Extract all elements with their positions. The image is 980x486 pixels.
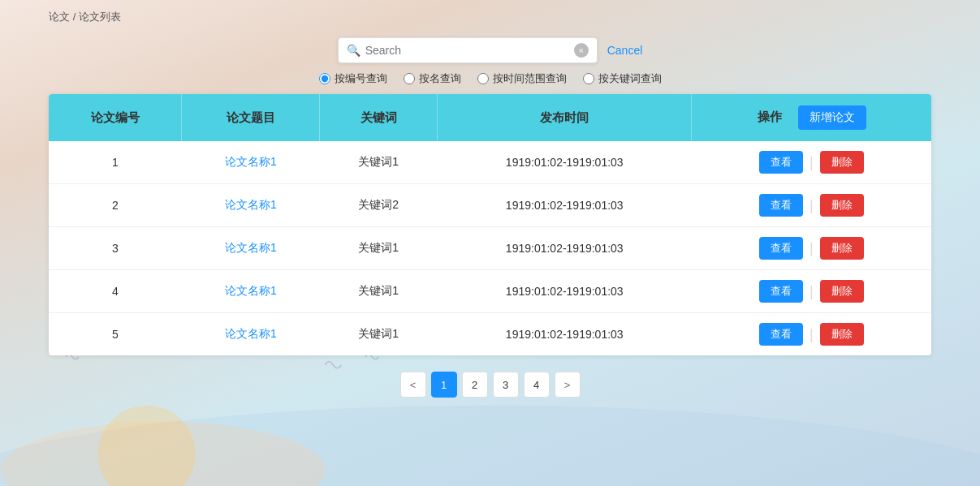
cell-title: 论文名称1	[182, 227, 320, 270]
pagination: <1234>	[49, 372, 931, 398]
cell-keywords: 关键词2	[320, 184, 438, 227]
view-button[interactable]: 查看	[759, 280, 803, 303]
search-icon: 🔍	[347, 44, 360, 57]
cell-actions: 查看|删除	[692, 227, 931, 270]
action-divider: |	[809, 197, 814, 214]
papers-table: 论文编号论文题目关键词发布时间操作新增论文 1论文名称1关键词11919:01:…	[49, 94, 931, 355]
delete-button[interactable]: 删除	[820, 237, 864, 260]
pagination-page-4[interactable]: 4	[524, 372, 550, 398]
search-area: 🔍 × Cancel 按编号查询按名查询按时间范围查询按关键词查询	[49, 37, 931, 86]
breadcrumb-current: 论文列表	[79, 11, 121, 23]
filter-label-by-number: 按编号查询	[335, 71, 387, 86]
action-divider: |	[809, 154, 814, 171]
breadcrumb-root: 论文	[49, 11, 70, 23]
svg-point-2	[98, 405, 196, 486]
paper-title-link[interactable]: 论文名称1	[225, 241, 277, 254]
add-paper-button[interactable]: 新增论文	[798, 105, 866, 130]
cancel-button[interactable]: Cancel	[607, 44, 643, 57]
pagination-page-1[interactable]: 1	[431, 372, 457, 398]
pagination-page-3[interactable]: 3	[493, 372, 519, 398]
pagination-prev[interactable]: <	[400, 372, 426, 398]
action-divider: |	[809, 240, 814, 257]
pagination-page-2[interactable]: 2	[462, 372, 488, 398]
table-row: 3论文名称1关键词11919:01:02-1919:01:03查看|删除	[49, 227, 931, 270]
delete-button[interactable]: 删除	[820, 151, 864, 174]
operations-label: 操作	[758, 110, 782, 123]
search-bar-row: 🔍 × Cancel	[338, 37, 643, 63]
filter-by-time[interactable]: 按时间范围查询	[477, 71, 567, 86]
table-row: 5论文名称1关键词11919:01:02-1919:01:03查看|删除	[49, 313, 931, 356]
col-header-1: 论文题目	[182, 94, 320, 141]
col-header-0: 论文编号	[49, 94, 182, 141]
cell-time: 1919:01:02-1919:01:03	[438, 141, 692, 184]
cell-keywords: 关键词1	[320, 270, 438, 313]
delete-button[interactable]: 删除	[820, 194, 864, 217]
cell-actions: 查看|删除	[692, 141, 931, 184]
cell-keywords: 关键词1	[320, 141, 438, 184]
delete-button[interactable]: 删除	[820, 323, 864, 346]
pagination-next[interactable]: >	[555, 372, 581, 398]
paper-title-link[interactable]: 论文名称1	[225, 198, 277, 211]
filter-label-by-time: 按时间范围查询	[493, 71, 567, 86]
cell-time: 1919:01:02-1919:01:03	[438, 184, 692, 227]
cell-id: 3	[49, 227, 182, 270]
col-header-4: 操作新增论文	[692, 94, 931, 141]
table-row: 4论文名称1关键词11919:01:02-1919:01:03查看|删除	[49, 270, 931, 313]
view-button[interactable]: 查看	[759, 323, 803, 346]
filter-label-by-keyword: 按关键词查询	[598, 71, 662, 86]
filter-radio-by-name[interactable]	[404, 73, 415, 84]
filter-radio-by-time[interactable]	[477, 73, 489, 84]
paper-title-link[interactable]: 论文名称1	[225, 284, 277, 297]
svg-point-1	[1, 421, 325, 486]
svg-point-0	[0, 405, 980, 486]
cell-actions: 查看|删除	[692, 270, 931, 313]
table-row: 1论文名称1关键词11919:01:02-1919:01:03查看|删除	[49, 141, 931, 184]
cell-title: 论文名称1	[182, 313, 320, 356]
cell-id: 5	[49, 313, 182, 356]
col-header-2: 关键词	[320, 94, 438, 141]
cell-time: 1919:01:02-1919:01:03	[438, 270, 692, 313]
cell-keywords: 关键词1	[320, 313, 438, 356]
cell-id: 2	[49, 184, 182, 227]
filter-radio-by-keyword[interactable]	[583, 73, 594, 84]
cell-title: 论文名称1	[182, 141, 320, 184]
view-button[interactable]: 查看	[759, 194, 803, 217]
breadcrumb-separator: /	[73, 11, 79, 23]
breadcrumb: 论文 / 论文列表	[49, 10, 931, 24]
action-divider: |	[809, 326, 814, 343]
cell-title: 论文名称1	[182, 270, 320, 313]
search-input-wrapper: 🔍 ×	[338, 37, 598, 63]
table-row: 2论文名称1关键词21919:01:02-1919:01:03查看|删除	[49, 184, 931, 227]
cell-actions: 查看|删除	[692, 184, 931, 227]
table-container: 论文编号论文题目关键词发布时间操作新增论文 1论文名称1关键词11919:01:…	[49, 94, 931, 355]
col-header-3: 发布时间	[438, 94, 692, 141]
view-button[interactable]: 查看	[759, 151, 803, 174]
action-divider: |	[809, 283, 814, 300]
paper-title-link[interactable]: 论文名称1	[225, 155, 277, 168]
search-input[interactable]	[365, 44, 574, 57]
filter-row: 按编号查询按名查询按时间范围查询按关键词查询	[319, 71, 662, 86]
cell-keywords: 关键词1	[320, 227, 438, 270]
cell-actions: 查看|删除	[692, 313, 931, 356]
filter-by-keyword[interactable]: 按关键词查询	[583, 71, 662, 86]
search-clear-button[interactable]: ×	[574, 43, 589, 58]
filter-label-by-name: 按名查询	[419, 71, 461, 86]
filter-by-name[interactable]: 按名查询	[404, 71, 461, 86]
cell-title: 论文名称1	[182, 184, 320, 227]
delete-button[interactable]: 删除	[820, 280, 864, 303]
paper-title-link[interactable]: 论文名称1	[225, 327, 277, 340]
view-button[interactable]: 查看	[759, 237, 803, 260]
filter-radio-by-number[interactable]	[319, 73, 330, 84]
cell-id: 4	[49, 270, 182, 313]
cell-id: 1	[49, 141, 182, 184]
cell-time: 1919:01:02-1919:01:03	[438, 313, 692, 356]
cell-time: 1919:01:02-1919:01:03	[438, 227, 692, 270]
filter-by-number[interactable]: 按编号查询	[319, 71, 387, 86]
